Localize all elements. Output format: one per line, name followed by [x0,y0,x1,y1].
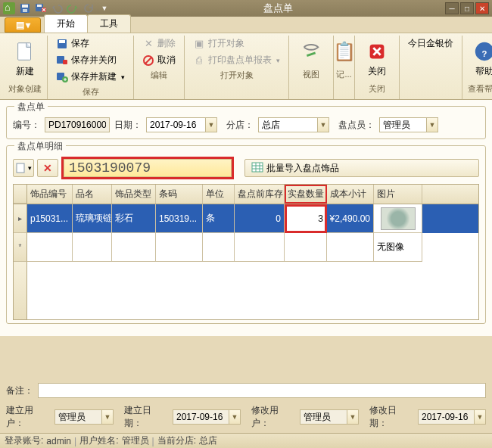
cell-code[interactable]: p15031... [27,204,73,233]
chevron-down-icon[interactable]: ▼ [229,409,241,425]
maximize-button[interactable]: □ [460,2,474,14]
group-label: 对象创建 [8,82,42,96]
create-user-select[interactable]: ▼ [54,409,114,425]
col-code[interactable]: 饰品编号 [27,185,73,204]
remark-label: 备注： [6,384,33,397]
cell-name[interactable]: 琉璃项链 [73,204,112,233]
view-button[interactable] [294,36,329,67]
delete-row-button[interactable]: ✕ [37,159,58,177]
clerk-label: 盘点员： [338,119,375,132]
chevron-down-icon[interactable]: ▼ [317,117,329,132]
view-icon [299,39,323,64]
save-button[interactable]: 保存 [52,36,129,51]
new-label: 新建 [16,65,34,78]
col-actual[interactable]: 实盘数量 [285,185,327,204]
thumbnail-image [381,207,416,230]
row-indicator-header [14,185,27,204]
save-close-icon [56,54,68,67]
status-account-label: 登录账号: [5,434,43,447]
minimize-button[interactable]: ─ [445,2,459,14]
grid-row[interactable]: ▸ p15031... 琉璃项链 彩石 150319... 条 0 3 ¥2,4… [14,204,478,233]
log-button[interactable]: 📋 [335,36,354,67]
branch-select[interactable]: ▼ [258,117,329,132]
group-label: 保存 [83,85,99,99]
date-picker[interactable]: ▼ [146,117,217,132]
cell-img[interactable] [374,204,422,233]
delete-button[interactable]: ✕删除 [139,36,179,51]
bulk-import-button[interactable]: 批量导入盘点饰品 [244,159,479,177]
cell-actual[interactable]: 3 [285,204,327,233]
chevron-down-icon[interactable]: ▼ [347,409,359,425]
branch-input[interactable] [258,117,317,132]
qat-redo-icon[interactable] [66,2,79,14]
create-user-label: 建立用户： [6,404,50,430]
ribbon-group-open: ▣打开对象 ⎙打印盘点单报表▾ 打开对象 [185,36,289,99]
qat-dropdown-icon[interactable]: ▼ [98,2,111,14]
chevron-down-icon[interactable]: ▼ [101,409,114,425]
svg-rect-4 [37,5,42,7]
cell-cost[interactable]: ¥2,490.00 [327,204,374,233]
tab-tools[interactable]: 工具 [87,14,131,33]
ribbon-group-log: 📋 记... [334,36,355,99]
panel-title: 盘点单 [14,101,48,114]
print-report-button[interactable]: ⎙打印盘点单报表▾ [189,52,284,68]
cell-noimg: 无图像 [374,233,422,262]
remark-input[interactable] [38,383,486,398]
modify-user-select[interactable]: ▼ [300,409,359,425]
col-unit[interactable]: 单位 [203,185,235,204]
group-label: 关闭 [369,82,385,96]
cell-before[interactable]: 0 [235,204,285,233]
close-button[interactable]: ✕ [475,2,489,14]
barcode-input[interactable] [64,159,232,177]
status-account: admin [46,436,71,446]
ribbon-group-create: 新建 对象创建 [3,36,48,99]
add-row-button[interactable]: ▾ [13,159,34,177]
chevron-down-icon[interactable]: ▼ [205,117,217,132]
col-img[interactable]: 图片 [374,185,422,204]
qat-save-close-icon[interactable] [34,2,48,14]
modify-date-label: 修改日期： [369,404,413,430]
qat-save-icon[interactable] [18,2,32,14]
footer-form: 备注： 建立用户： ▼ 建立日期： ▼ 修改用户： ▼ 修改日期： ▼ [6,378,486,430]
col-type[interactable]: 饰品类型 [112,185,156,204]
svg-rect-8 [59,40,65,43]
col-cost[interactable]: 成本小计 [327,185,374,204]
cancel-button[interactable]: 取消 [139,52,179,68]
col-barcode[interactable]: 条码 [156,185,203,204]
cell-unit[interactable]: 条 [203,204,235,233]
save-new-button[interactable]: 保存并新建▾ [52,69,129,85]
new-button[interactable]: 新建 [8,36,42,82]
clerk-input[interactable] [379,117,426,132]
clerk-select[interactable]: ▼ [379,117,438,132]
help-button[interactable]: ?帮助 [467,36,492,82]
modify-date-picker[interactable]: ▼ [418,409,486,425]
chevron-down-icon[interactable]: ▼ [426,117,438,132]
col-before[interactable]: 盘点前库存 [235,185,285,204]
col-name[interactable]: 品名 [73,185,112,204]
today-price-button[interactable]: 今日金银价 [404,36,457,51]
close-doc-button[interactable]: 关闭 [360,36,394,82]
qat-undo-icon[interactable] [50,2,64,14]
chevron-down-icon[interactable]: ▼ [474,409,486,425]
cell-barcode[interactable]: 150319... [156,204,203,233]
detail-grid[interactable]: 饰品编号 品名 饰品类型 条码 单位 盘点前库存 实盘数量 成本小计 图片 ▸ … [13,184,479,320]
status-bar: 登录账号: admin | 用户姓名: 管理员 | 当前分店: 总店 [0,433,492,448]
date-input[interactable] [146,117,205,132]
window-buttons: ─ □ ✕ [445,2,489,14]
view-menu-button[interactable]: ▤▾ [5,17,41,33]
grid-header: 饰品编号 品名 饰品类型 条码 单位 盘点前库存 实盘数量 成本小计 图片 [14,185,478,204]
window-title: 盘点单 [111,2,445,15]
cell-type[interactable]: 彩石 [112,204,156,233]
delete-icon: ✕ [142,38,154,50]
barcode-highlight [61,157,234,179]
code-label: 编号： [13,119,40,132]
tab-start[interactable]: 开始 [44,14,88,33]
date-label: 日期： [114,119,142,132]
grid-new-row[interactable]: * 无图像 [14,233,478,262]
print-icon: ⎙ [193,54,205,67]
create-date-picker[interactable]: ▼ [173,409,241,425]
app-icon[interactable] [3,2,15,14]
qat-refresh-icon[interactable] [82,2,95,14]
open-object-button[interactable]: ▣打开对象 [189,36,284,51]
save-close-button[interactable]: 保存并关闭 [52,52,129,68]
